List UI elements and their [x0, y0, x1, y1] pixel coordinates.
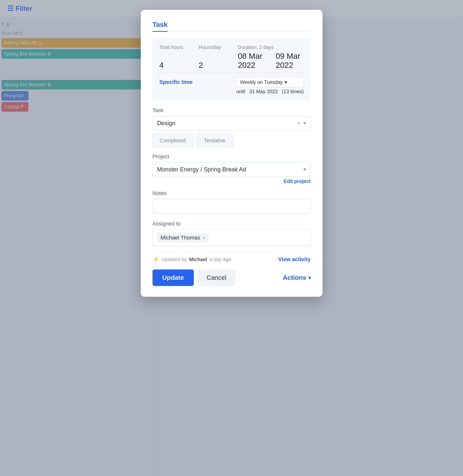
project-field-label: Project — [153, 153, 311, 160]
task-select[interactable]: Design × ▾ — [153, 116, 311, 130]
start-date[interactable]: 08 Mar 2022 — [238, 52, 266, 70]
cancel-button[interactable]: Cancel — [198, 269, 235, 286]
until-label: until — [236, 89, 245, 94]
task-select-icons: × ▾ — [297, 120, 306, 126]
recurrence-area: Weekly on Tuesday ▾ until 31 May 2022 (1… — [236, 77, 304, 94]
until-date: 31 May 2022 — [249, 89, 278, 94]
specific-time-link[interactable]: Specific time — [159, 79, 193, 85]
assignee-tag: Michael Thomas × — [157, 233, 209, 242]
updated-info: ⚡ Updated by Michael a day ago — [153, 256, 231, 263]
duration-box: Total hours Hours/day Duration: 2 days 4… — [153, 39, 311, 100]
notes-input[interactable] — [153, 199, 311, 214]
tab-task[interactable]: Task — [153, 21, 168, 32]
date-range: 08 Mar 2022 09 Mar 2022 — [238, 52, 304, 70]
project-value: Monster Energy / Spring Break Ad — [157, 166, 303, 173]
update-button[interactable]: Update — [153, 269, 194, 286]
tentative-button[interactable]: Tentative — [197, 134, 233, 148]
updated-row: ⚡ Updated by Michael a day ago View acti… — [153, 252, 311, 263]
hours-per-day-label: Hours/day — [199, 45, 221, 50]
task-field-label: Task — [153, 107, 311, 114]
updated-user: Michael — [189, 257, 207, 262]
completed-button[interactable]: Completed — [153, 134, 193, 148]
modal-overlay: Task Total hours Hours/day Duration: 2 d… — [0, 0, 463, 476]
until-times: (13 times) — [282, 89, 304, 94]
total-hours-label: Total hours — [159, 45, 183, 50]
task-chevron-icon: ▾ — [303, 120, 306, 126]
notes-label: Notes — [153, 190, 311, 196]
duration-values-row: 4 2 08 Mar 2022 09 Mar 2022 — [159, 52, 304, 73]
modal-tab-bar: Task — [153, 21, 311, 32]
recurrence-label: Weekly on Tuesday — [240, 79, 283, 85]
project-chevron-icon: ▾ — [303, 166, 306, 173]
end-date[interactable]: 09 Mar 2022 — [276, 52, 304, 70]
project-select[interactable]: Monster Energy / Spring Break Ad ▾ — [153, 162, 311, 177]
task-modal: Task Total hours Hours/day Duration: 2 d… — [141, 10, 323, 297]
actions-row: Update Cancel Actions ▾ — [153, 269, 311, 286]
hours-per-day-value: 2 — [199, 61, 238, 70]
bolt-icon: ⚡ — [153, 256, 159, 263]
assignee-name: Michael Thomas — [161, 235, 200, 241]
recurrence-dropdown[interactable]: Weekly on Tuesday ▾ — [236, 77, 304, 87]
status-buttons: Completed Tentative — [153, 134, 311, 148]
primary-buttons: Update Cancel — [153, 269, 235, 286]
task-clear-icon[interactable]: × — [297, 120, 300, 126]
updated-prefix: Updated by — [162, 257, 187, 262]
recurrence-chevron-icon: ▾ — [285, 79, 287, 85]
assignee-remove-icon[interactable]: × — [203, 235, 206, 241]
assigned-box[interactable]: Michael Thomas × — [153, 229, 311, 246]
actions-chevron-icon: ▾ — [308, 275, 311, 281]
task-value: Design — [157, 120, 297, 127]
duration-label: Duration: 2 days — [238, 45, 274, 50]
updated-suffix: a day ago — [210, 257, 231, 262]
assigned-label: Assigned to — [153, 221, 311, 227]
recurrence-until: until 31 May 2022 (13 times) — [236, 89, 304, 94]
actions-label: Actions — [283, 274, 306, 282]
actions-button[interactable]: Actions ▾ — [283, 274, 310, 282]
total-hours-value: 4 — [159, 61, 199, 70]
view-activity-link[interactable]: View activity — [278, 256, 311, 263]
edit-project-link[interactable]: Edit project — [153, 178, 311, 184]
duration-header-row: Total hours Hours/day Duration: 2 days — [159, 45, 304, 50]
